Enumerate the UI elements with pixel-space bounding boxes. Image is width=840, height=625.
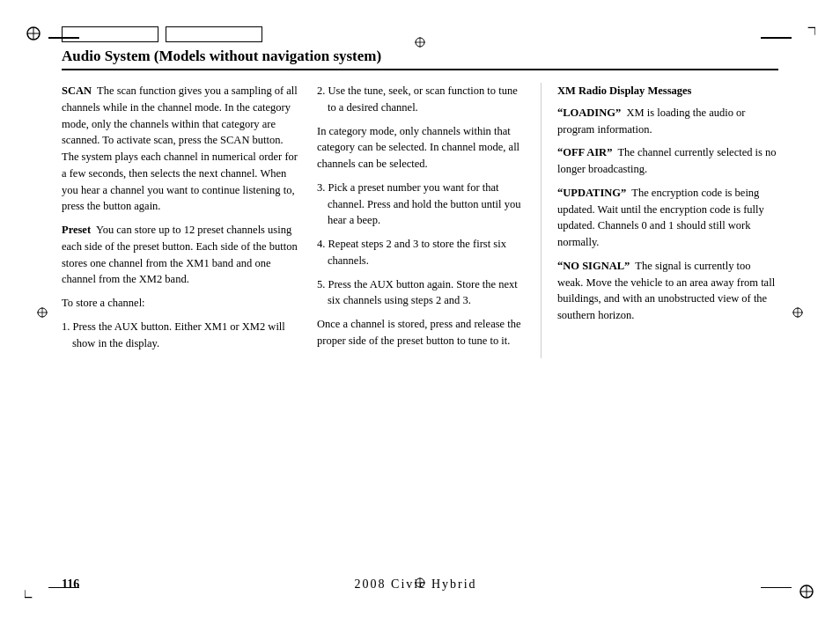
header-tab-2 bbox=[166, 26, 262, 42]
col-middle: 2. Use the tune, seek, or scan function … bbox=[317, 83, 542, 358]
corner-line-tr bbox=[761, 37, 792, 39]
store-intro: To store a channel: bbox=[62, 295, 301, 312]
scan-paragraph: SCAN The scan function gives you a sampl… bbox=[62, 83, 301, 215]
header-tab-1 bbox=[62, 26, 158, 42]
step-4: 4. Repeat steps 2 and 3 to store the fir… bbox=[317, 236, 525, 269]
preset-text: You can store up to 12 preset channels u… bbox=[62, 224, 298, 285]
updating-term: “UPDATING” bbox=[557, 187, 626, 199]
col-left: SCAN The scan function gives you a sampl… bbox=[62, 83, 317, 358]
corner-mark-tr bbox=[798, 25, 815, 42]
col-right: XM Radio Display Messages “LOADING” XM i… bbox=[542, 83, 778, 358]
footer: 116 2008 Civic Hybrid bbox=[0, 577, 840, 592]
page-title: Audio System (Models without navigation … bbox=[62, 48, 778, 70]
once-stored: Once a channel is stored, press and rele… bbox=[317, 316, 525, 349]
step-1: 1. Press the AUX button. Either XM1 or X… bbox=[62, 319, 301, 352]
step-2: 2. Use the tune, seek, or scan function … bbox=[317, 83, 525, 116]
scan-text: The scan function gives you a sampling o… bbox=[62, 85, 298, 212]
corner-mark-tl bbox=[25, 25, 42, 42]
preset-term: Preset bbox=[62, 224, 91, 236]
preset-paragraph: Preset You can store up to 12 preset cha… bbox=[62, 222, 301, 288]
footer-title: 2008 Civic Hybrid bbox=[355, 577, 477, 592]
loading-term: “LOADING” bbox=[557, 107, 621, 119]
loading-paragraph: “LOADING” XM is loading the audio or pro… bbox=[557, 105, 778, 138]
scan-term: SCAN bbox=[62, 85, 92, 97]
reg-mark-right bbox=[791, 305, 805, 320]
step-5: 5. Press the AUX button again. Store the… bbox=[317, 276, 525, 310]
reg-mark-top bbox=[413, 35, 427, 49]
content-area: SCAN The scan function gives you a sampl… bbox=[62, 83, 778, 358]
updating-paragraph: “UPDATING” The encryption code is being … bbox=[557, 185, 778, 251]
off-air-term: “OFF AIR” bbox=[557, 146, 612, 158]
no-signal-term: “NO SIGNAL” bbox=[557, 260, 630, 272]
step-3: 3. Pick a preset number you want for tha… bbox=[317, 180, 525, 229]
page-number: 116 bbox=[62, 577, 79, 592]
xm-display-heading: XM Radio Display Messages bbox=[557, 83, 778, 99]
off-air-paragraph: “OFF AIR” The channel currently selected… bbox=[557, 144, 778, 178]
corner-line-tl bbox=[48, 37, 79, 39]
category-note: In category mode, only channels within t… bbox=[317, 123, 525, 173]
reg-mark-left bbox=[35, 305, 49, 320]
no-signal-paragraph: “NO SIGNAL” The signal is currently too … bbox=[557, 258, 778, 324]
